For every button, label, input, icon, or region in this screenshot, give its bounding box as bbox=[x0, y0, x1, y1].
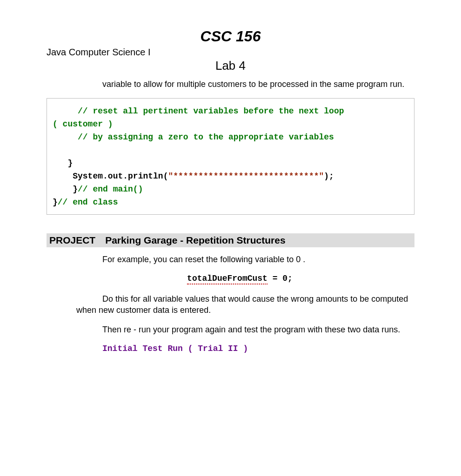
code-line: ( customer ) bbox=[53, 119, 113, 129]
code-line: // reset all pertinent variables before … bbox=[53, 106, 344, 116]
code-block: // reset all pertinent variables before … bbox=[47, 98, 414, 215]
section-header: PROJECT Parking Garage - Repetition Stru… bbox=[47, 233, 414, 247]
course-name: Java Computer Science I bbox=[47, 47, 414, 58]
test-run-title: Initial Test Run ( Trial II ) bbox=[47, 344, 414, 353]
code-line: } bbox=[53, 159, 73, 168]
course-code: CSC 156 bbox=[47, 28, 414, 45]
lab-title: Lab 4 bbox=[47, 59, 414, 73]
paragraph-rerun: Then re - run your program again and tes… bbox=[47, 324, 414, 335]
inline-code-variable: totalDueFromCust bbox=[187, 274, 267, 284]
inline-code: totalDueFromCust = 0; bbox=[47, 274, 414, 283]
code-line: // by assigning a zero to the appropriat… bbox=[53, 132, 334, 142]
inline-code-rest: = 0; bbox=[267, 274, 293, 283]
code-line: System.out.println("********************… bbox=[53, 172, 334, 181]
page: CSC 156 Java Computer Science I Lab 4 va… bbox=[0, 0, 461, 372]
paragraph-example: For example, you can reset the following… bbox=[47, 254, 414, 265]
paragraph-reset: Do this for all variable values that wou… bbox=[47, 293, 414, 316]
code-line: }// end class bbox=[53, 198, 118, 207]
code-line: }// end main() bbox=[53, 185, 143, 194]
paragraph-intro: variable to allow for multiple customers… bbox=[47, 79, 414, 90]
